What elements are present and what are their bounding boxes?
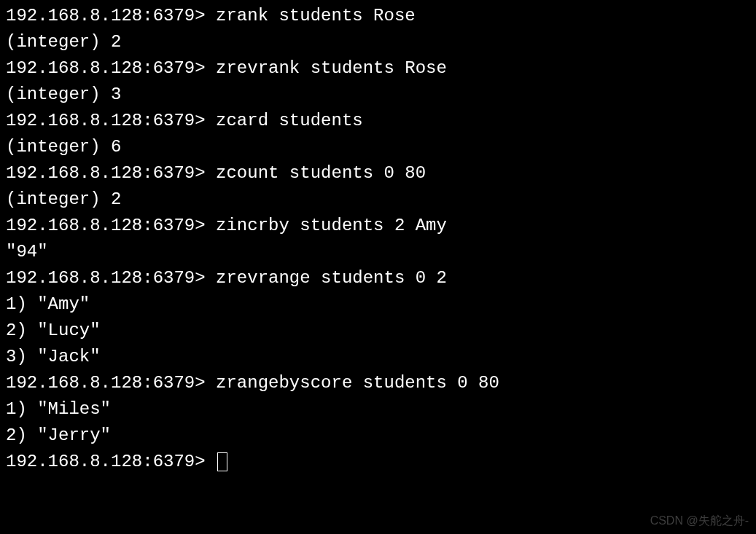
watermark: CSDN @失舵之舟-	[650, 512, 749, 530]
command-text: zrevrank students Rose	[216, 58, 447, 78]
prompt: 192.168.8.128:6379>	[6, 373, 216, 393]
command-line: 192.168.8.128:6379> zrangebyscore studen…	[6, 370, 750, 396]
prompt: 192.168.8.128:6379>	[6, 163, 216, 183]
current-prompt-line[interactable]: 192.168.8.128:6379>	[6, 449, 750, 475]
prompt: 192.168.8.128:6379>	[6, 6, 216, 25]
command-text: zrank students Rose	[216, 6, 416, 25]
command-text: zincrby students 2 Amy	[216, 216, 447, 235]
output-line: "94"	[6, 239, 750, 265]
output-line: 3) "Jack"	[6, 344, 750, 370]
command-line: 192.168.8.128:6379> zrank students Rose	[6, 3, 750, 29]
cursor-icon	[217, 452, 227, 471]
command-text: zrangebyscore students 0 80	[216, 373, 499, 393]
prompt: 192.168.8.128:6379>	[6, 58, 216, 78]
output-line: 1) "Amy"	[6, 291, 750, 318]
command-line: 192.168.8.128:6379> zincrby students 2 A…	[6, 213, 750, 239]
command-text: zcard students	[216, 111, 363, 130]
prompt: 192.168.8.128:6379>	[6, 111, 216, 130]
command-text: zrevrange students 0 2	[216, 268, 447, 288]
output-line: (integer) 2	[6, 186, 750, 213]
command-line: 192.168.8.128:6379> zcount students 0 80	[6, 160, 750, 186]
command-text: zcount students 0 80	[216, 163, 426, 183]
command-line: 192.168.8.128:6379> zrevrank students Ro…	[6, 55, 750, 82]
output-line: 1) "Miles"	[6, 396, 750, 423]
prompt: 192.168.8.128:6379>	[6, 216, 216, 235]
prompt: 192.168.8.128:6379>	[6, 452, 216, 471]
terminal-output: 192.168.8.128:6379> zrank students Rose …	[6, 3, 750, 475]
output-line: (integer) 3	[6, 82, 750, 108]
output-line: (integer) 6	[6, 134, 750, 160]
output-line: (integer) 2	[6, 29, 750, 55]
prompt: 192.168.8.128:6379>	[6, 268, 216, 288]
output-line: 2) "Lucy"	[6, 318, 750, 344]
command-line: 192.168.8.128:6379> zrevrange students 0…	[6, 265, 750, 291]
command-line: 192.168.8.128:6379> zcard students	[6, 108, 750, 134]
output-line: 2) "Jerry"	[6, 423, 750, 449]
